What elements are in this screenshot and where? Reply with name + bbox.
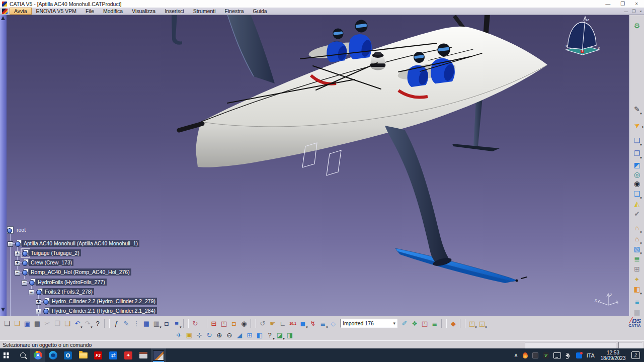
tree-item-label[interactable]: Romp_AC40_Hol (Romp_AC40_Hol_276) [29,268,131,276]
tree-node-icon[interactable] [7,226,14,233]
shapes-icon[interactable]: ◩ [631,160,642,170]
cylinder-box-icon[interactable]: ◎ [631,169,642,179]
tree-scroll-up-arrow[interactable] [1,16,5,20]
tray-speaker-icon[interactable] [566,353,572,357]
tray-clock[interactable]: 12:53 18/09/2023 [600,350,625,361]
save-icon[interactable]: ▣ [22,318,32,328]
orange-cube-icon[interactable]: ◧▼ [631,284,642,294]
normal-view-icon[interactable]: ◢ [234,330,245,340]
books-icon[interactable]: ≣ [631,254,642,264]
named-views-icon[interactable]: ?▼ [265,330,275,340]
menu-item-enovia-v5-vpm[interactable]: ENOVIA V5 VPM [32,8,82,15]
notification-center-icon[interactable]: 2 [631,351,640,359]
tree-expander-collapse[interactable]: − [8,241,13,247]
camera-icon[interactable]: ◉ [239,318,249,328]
ruler-icon[interactable]: ⊟ [209,318,219,328]
render-style-b-icon[interactable]: ◨ [285,330,295,340]
taskbar-catia-icon[interactable] [151,348,166,362]
layers-stack-icon[interactable]: ≡ [631,297,642,307]
tree-item-label[interactable]: root [15,226,27,233]
sketcher-icon[interactable]: ✎▼ [631,104,642,114]
status-field-2[interactable] [618,342,642,348]
tree-item-label[interactable]: Foils.2 (Foils.2_278) [43,288,94,295]
menu-item-modifica[interactable]: Modifica [99,8,127,15]
tree-expander-collapse[interactable]: − [29,290,34,295]
taskbar-outlook-icon[interactable]: O [60,348,75,362]
mdi-minimize-button[interactable]: — [624,9,628,14]
sponge-b-icon[interactable]: ⌂▼ [631,234,642,244]
catalog-b-icon[interactable]: ◱▼ [477,318,487,328]
tree-node-icon[interactable] [15,240,22,247]
tray-network-icon[interactable] [553,352,561,358]
taskbar-chrome-icon[interactable] [30,348,45,362]
lock-icon[interactable]: ◘ [162,318,172,328]
iso-view-icon[interactable]: ◧ [255,330,265,340]
circular-arrows-icon[interactable]: ↺ [258,318,268,328]
fit-all-in-icon[interactable]: ▣ [184,330,194,340]
tray-dark-app-icon[interactable] [532,352,538,358]
select-cursor-icon[interactable]: ➤▼ [629,118,644,132]
sponge-a-icon[interactable]: ⌂▼ [631,223,642,233]
taskbar-edge-icon[interactable] [45,348,60,362]
whats-this-icon[interactable]: ? [93,318,103,328]
graphic-properties-combo[interactable]: Imported 176▾ [340,319,397,328]
menu-item-file[interactable]: File [81,8,99,15]
plane-diamond-icon[interactable]: ◇ [328,318,338,328]
mdi-close-button[interactable]: × [639,9,642,14]
map-edit-icon[interactable]: ❖ [410,318,420,328]
rotate-view-icon[interactable]: ↻ [204,330,214,340]
torch-icon[interactable]: ◆ [448,318,458,328]
tree-node-icon[interactable] [22,268,29,276]
split-list-icon[interactable]: ≡▼ [172,318,182,328]
axis-system-icon[interactable]: ∟ [278,318,288,328]
menu-item-avvia[interactable]: Avvia [10,8,32,15]
box-pattern-icon[interactable]: ▧▼ [631,244,642,254]
new-document-icon[interactable]: ❏ [2,318,12,328]
taskbar-filezilla-icon[interactable]: Fz [91,348,106,362]
taskbar-remote-window-icon[interactable] [136,348,151,362]
tree-expander-expand[interactable]: + [15,251,20,256]
taskbar-start-icon[interactable] [0,348,15,362]
pan-icon[interactable]: ⊹ [194,330,204,340]
formula-icon[interactable]: ƒ [111,318,121,328]
menu-item-finestra[interactable]: Finestra [220,8,249,15]
refresh-icon[interactable]: ↻ [190,318,200,328]
redo-icon[interactable]: ↷▼ [83,318,93,328]
comment-edit-icon[interactable]: ✎ [121,318,131,328]
tray-chevron-up-icon[interactable]: ∧ [514,352,518,358]
tree-item-label[interactable]: Hydro_Cilinder.2.2 (Hydro_Cilinder.2.2_2… [50,298,157,305]
paste-icon[interactable]: ❑ [62,318,72,328]
sheets-green-icon[interactable]: ≣ [430,318,440,328]
new-part-icon[interactable]: ❏▼ [631,135,642,145]
yellow-wedge-icon[interactable]: ◭ [631,199,642,209]
swap-visible-icon[interactable]: ◳ [420,318,430,328]
tree-item-label[interactable]: HydroFoils (HydroFoils_277) [36,279,107,286]
menu-item-strumenti[interactable]: Strumenti [189,8,220,15]
tree-node-icon[interactable] [36,288,43,295]
tree-expander-collapse[interactable]: − [22,280,27,286]
tree-node-icon[interactable] [22,259,29,266]
transfer-box-icon[interactable]: ◳ [219,318,229,328]
print-icon[interactable]: ▤ [32,318,42,328]
minimize-button[interactable]: — [605,1,610,7]
catalog-a-icon[interactable]: ◰▼ [467,318,477,328]
tray-teamviewer-icon[interactable] [576,352,582,358]
tree-expander-expand[interactable]: + [15,260,20,266]
tree-node-icon[interactable] [29,279,36,286]
bolt-icon[interactable]: ↯ [308,318,318,328]
v-cut-icon[interactable]: ✔ [631,209,642,219]
knowledge-icon[interactable]: ⋮ [131,318,141,328]
menu-item-visualizza[interactable]: Visualizza [127,8,160,15]
taskbar-teamviewer-icon[interactable]: ⇄ [106,348,121,362]
tree-item-label[interactable]: Hydro_Cilinder.2.1 (Hydro_Cilinder.2.1_2… [50,307,157,314]
zoom-in-icon[interactable]: ⊕ [214,330,224,340]
close-button[interactable]: × [635,1,638,7]
status-field-1[interactable] [525,342,616,348]
zoom-out-icon[interactable]: ⊖ [224,330,234,340]
bounding-box-icon[interactable]: ◼▼ [298,318,308,328]
camera-box-icon[interactable]: ◉ [631,178,642,189]
tree-node-icon[interactable] [22,249,29,256]
fly-mode-icon[interactable]: ✈ [174,330,184,340]
design-table-icon[interactable]: ▥▼ [151,318,162,328]
cut-icon[interactable]: ✂ [42,318,52,328]
